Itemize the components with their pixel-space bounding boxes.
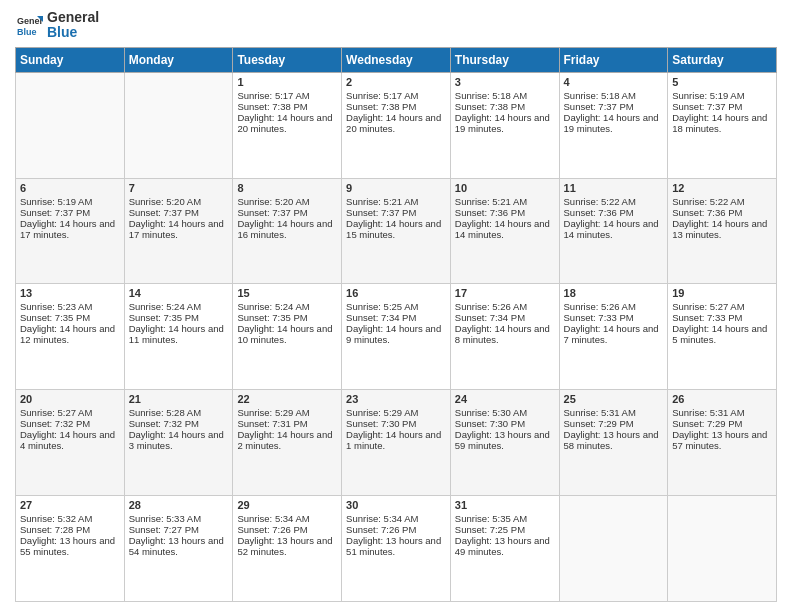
calendar-cell: 23Sunrise: 5:29 AMSunset: 7:30 PMDayligh… — [342, 390, 451, 496]
logo: General Blue GeneralBlue — [15, 10, 99, 41]
calendar-table: SundayMondayTuesdayWednesdayThursdayFrid… — [15, 47, 777, 602]
day-number: 6 — [20, 182, 120, 194]
weekday-header-monday: Monday — [124, 47, 233, 72]
day-number: 3 — [455, 76, 555, 88]
logo-general: General — [47, 10, 99, 25]
day-info-line: Sunset: 7:30 PM — [346, 418, 446, 429]
day-info-line: Sunset: 7:35 PM — [129, 312, 229, 323]
day-info-line: Daylight: 14 hours and 4 minutes. — [20, 429, 120, 451]
day-info-line: Sunset: 7:32 PM — [20, 418, 120, 429]
calendar-cell: 1Sunrise: 5:17 AMSunset: 7:38 PMDaylight… — [233, 72, 342, 178]
day-info-line: Daylight: 13 hours and 59 minutes. — [455, 429, 555, 451]
calendar-cell: 4Sunrise: 5:18 AMSunset: 7:37 PMDaylight… — [559, 72, 668, 178]
day-info-line: Daylight: 14 hours and 3 minutes. — [129, 429, 229, 451]
calendar-cell: 8Sunrise: 5:20 AMSunset: 7:37 PMDaylight… — [233, 178, 342, 284]
day-info-line: Sunrise: 5:26 AM — [455, 301, 555, 312]
weekday-header-row: SundayMondayTuesdayWednesdayThursdayFrid… — [16, 47, 777, 72]
day-info-line: Sunrise: 5:21 AM — [346, 196, 446, 207]
page: General Blue GeneralBlue SundayMondayTue… — [0, 0, 792, 612]
day-info-line: Sunrise: 5:20 AM — [237, 196, 337, 207]
day-number: 10 — [455, 182, 555, 194]
day-number: 1 — [237, 76, 337, 88]
calendar-cell: 10Sunrise: 5:21 AMSunset: 7:36 PMDayligh… — [450, 178, 559, 284]
day-info-line: Daylight: 14 hours and 2 minutes. — [237, 429, 337, 451]
calendar-cell: 15Sunrise: 5:24 AMSunset: 7:35 PMDayligh… — [233, 284, 342, 390]
logo-text: GeneralBlue — [47, 10, 99, 41]
calendar-cell — [668, 496, 777, 602]
day-info-line: Sunset: 7:38 PM — [346, 101, 446, 112]
logo-icon: General Blue — [15, 11, 43, 39]
day-number: 8 — [237, 182, 337, 194]
calendar-cell: 28Sunrise: 5:33 AMSunset: 7:27 PMDayligh… — [124, 496, 233, 602]
day-info-line: Sunset: 7:30 PM — [455, 418, 555, 429]
day-number: 20 — [20, 393, 120, 405]
day-info-line: Daylight: 13 hours and 57 minutes. — [672, 429, 772, 451]
day-info-line: Sunset: 7:36 PM — [455, 207, 555, 218]
day-info-line: Sunrise: 5:34 AM — [237, 513, 337, 524]
day-info-line: Sunset: 7:27 PM — [129, 524, 229, 535]
day-number: 24 — [455, 393, 555, 405]
day-info-line: Sunrise: 5:17 AM — [346, 90, 446, 101]
calendar-cell: 18Sunrise: 5:26 AMSunset: 7:33 PMDayligh… — [559, 284, 668, 390]
day-info-line: Sunset: 7:37 PM — [129, 207, 229, 218]
day-number: 11 — [564, 182, 664, 194]
day-number: 17 — [455, 287, 555, 299]
calendar-cell: 14Sunrise: 5:24 AMSunset: 7:35 PMDayligh… — [124, 284, 233, 390]
day-info-line: Sunrise: 5:33 AM — [129, 513, 229, 524]
calendar-cell: 19Sunrise: 5:27 AMSunset: 7:33 PMDayligh… — [668, 284, 777, 390]
day-number: 7 — [129, 182, 229, 194]
day-info-line: Sunset: 7:25 PM — [455, 524, 555, 535]
day-info-line: Sunset: 7:37 PM — [564, 101, 664, 112]
day-number: 27 — [20, 499, 120, 511]
day-info-line: Sunset: 7:26 PM — [237, 524, 337, 535]
day-info-line: Daylight: 14 hours and 15 minutes. — [346, 218, 446, 240]
day-info-line: Sunrise: 5:25 AM — [346, 301, 446, 312]
svg-text:Blue: Blue — [17, 27, 37, 37]
day-info-line: Daylight: 14 hours and 20 minutes. — [346, 112, 446, 134]
day-number: 26 — [672, 393, 772, 405]
day-info-line: Sunrise: 5:19 AM — [20, 196, 120, 207]
day-info-line: Sunrise: 5:30 AM — [455, 407, 555, 418]
weekday-header-friday: Friday — [559, 47, 668, 72]
day-number: 21 — [129, 393, 229, 405]
day-info-line: Sunset: 7:35 PM — [237, 312, 337, 323]
calendar-cell: 26Sunrise: 5:31 AMSunset: 7:29 PMDayligh… — [668, 390, 777, 496]
calendar-week-3: 13Sunrise: 5:23 AMSunset: 7:35 PMDayligh… — [16, 284, 777, 390]
day-info-line: Sunset: 7:36 PM — [564, 207, 664, 218]
day-info-line: Daylight: 14 hours and 17 minutes. — [129, 218, 229, 240]
day-info-line: Sunset: 7:34 PM — [346, 312, 446, 323]
day-number: 14 — [129, 287, 229, 299]
weekday-header-sunday: Sunday — [16, 47, 125, 72]
day-info-line: Sunset: 7:37 PM — [20, 207, 120, 218]
day-number: 16 — [346, 287, 446, 299]
day-info-line: Sunrise: 5:26 AM — [564, 301, 664, 312]
day-number: 18 — [564, 287, 664, 299]
day-info-line: Sunrise: 5:18 AM — [455, 90, 555, 101]
day-info-line: Sunset: 7:37 PM — [346, 207, 446, 218]
day-info-line: Sunset: 7:28 PM — [20, 524, 120, 535]
day-number: 15 — [237, 287, 337, 299]
day-info-line: Sunset: 7:26 PM — [346, 524, 446, 535]
day-info-line: Daylight: 14 hours and 20 minutes. — [237, 112, 337, 134]
day-info-line: Daylight: 14 hours and 17 minutes. — [20, 218, 120, 240]
day-info-line: Daylight: 14 hours and 19 minutes. — [564, 112, 664, 134]
day-info-line: Sunset: 7:33 PM — [564, 312, 664, 323]
calendar-cell: 5Sunrise: 5:19 AMSunset: 7:37 PMDaylight… — [668, 72, 777, 178]
header: General Blue GeneralBlue — [15, 10, 777, 41]
calendar-cell: 31Sunrise: 5:35 AMSunset: 7:25 PMDayligh… — [450, 496, 559, 602]
day-number: 30 — [346, 499, 446, 511]
day-info-line: Daylight: 13 hours and 49 minutes. — [455, 535, 555, 557]
calendar-week-5: 27Sunrise: 5:32 AMSunset: 7:28 PMDayligh… — [16, 496, 777, 602]
day-info-line: Sunrise: 5:24 AM — [237, 301, 337, 312]
calendar-cell: 29Sunrise: 5:34 AMSunset: 7:26 PMDayligh… — [233, 496, 342, 602]
day-info-line: Sunset: 7:34 PM — [455, 312, 555, 323]
day-info-line: Sunrise: 5:27 AM — [20, 407, 120, 418]
day-info-line: Daylight: 14 hours and 8 minutes. — [455, 323, 555, 345]
day-info-line: Daylight: 14 hours and 5 minutes. — [672, 323, 772, 345]
day-info-line: Sunrise: 5:20 AM — [129, 196, 229, 207]
day-number: 31 — [455, 499, 555, 511]
day-info-line: Sunset: 7:33 PM — [672, 312, 772, 323]
calendar-cell: 9Sunrise: 5:21 AMSunset: 7:37 PMDaylight… — [342, 178, 451, 284]
day-info-line: Sunrise: 5:34 AM — [346, 513, 446, 524]
day-info-line: Sunrise: 5:32 AM — [20, 513, 120, 524]
